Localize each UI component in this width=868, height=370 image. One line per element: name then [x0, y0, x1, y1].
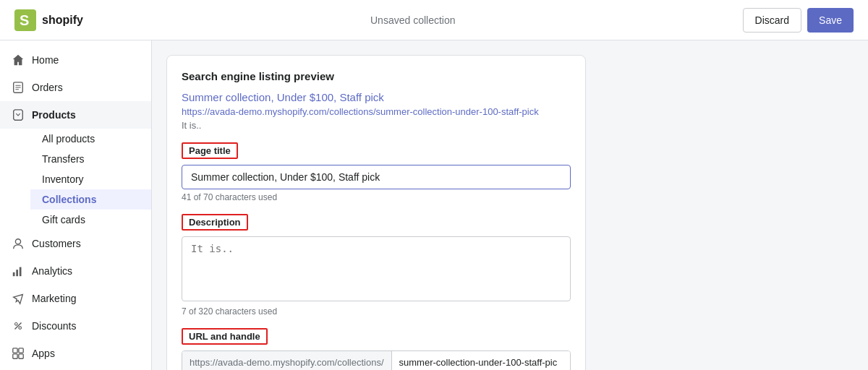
svg-rect-5	[16, 270, 18, 276]
url-prefix: https://avada-demo.myshopify.com/collect…	[182, 351, 392, 370]
logo-text: shopify	[42, 14, 83, 27]
url-handle-label: URL and handle	[182, 328, 268, 345]
sidebar-item-transfers[interactable]: Transfers	[30, 149, 151, 169]
logo: S shopify	[14, 9, 83, 31]
page-title-section: Page title 41 of 70 characters used	[182, 142, 571, 202]
sidebar-item-home[interactable]: Home	[0, 46, 151, 74]
sidebar-label-home: Home	[32, 54, 59, 66]
customers-icon	[12, 237, 25, 250]
svg-rect-4	[13, 272, 15, 276]
sidebar-label-analytics: Analytics	[32, 265, 72, 277]
description-label: Description	[182, 214, 248, 231]
page-title: Unsaved collection	[370, 14, 456, 26]
sidebar-label-apps: Apps	[32, 348, 55, 359]
sidebar-item-discounts[interactable]: Discounts	[0, 312, 151, 340]
svg-rect-6	[20, 267, 22, 277]
url-handle-row: https://avada-demo.myshopify.com/collect…	[182, 350, 571, 370]
sidebar-item-apps[interactable]: Apps	[0, 340, 151, 367]
discounts-icon	[12, 319, 25, 332]
marketing-icon	[12, 292, 25, 305]
svg-rect-10	[13, 348, 17, 353]
sidebar-label-products: Products	[32, 109, 76, 121]
seo-card: Search engine listing preview Summer col…	[166, 55, 586, 370]
header: S shopify Unsaved collection Discard Sav…	[0, 0, 868, 40]
sidebar: Home Orders Products All products Transf…	[0, 40, 152, 370]
apps-icon	[12, 347, 25, 360]
sidebar-label-customers: Customers	[32, 238, 81, 249]
analytics-icon	[12, 264, 25, 278]
sidebar-item-marketing[interactable]: Marketing	[0, 285, 151, 312]
orders-icon	[12, 81, 25, 94]
url-handle-section: URL and handle https://avada-demo.myshop…	[182, 328, 571, 370]
url-handle-input[interactable]	[392, 351, 570, 370]
sidebar-label-marketing: Marketing	[32, 293, 76, 304]
main-content: Search engine listing preview Summer col…	[152, 40, 868, 370]
save-button[interactable]: Save	[807, 8, 854, 33]
page-title-char-count: 41 of 70 characters used	[182, 192, 571, 202]
discard-button[interactable]: Discard	[743, 8, 801, 33]
description-textarea[interactable]	[182, 236, 571, 301]
svg-rect-13	[19, 354, 23, 358]
header-actions: Discard Save	[743, 8, 854, 33]
sidebar-label-discounts: Discounts	[32, 320, 76, 332]
seo-preview-link: Summer collection, Under $100, Staff pic…	[182, 91, 571, 103]
home-icon	[12, 53, 25, 66]
sidebar-item-analytics[interactable]: Analytics	[0, 257, 151, 285]
sidebar-label-orders: Orders	[32, 82, 63, 93]
svg-point-3	[15, 239, 20, 244]
svg-line-9	[15, 323, 22, 330]
description-char-count: 7 of 320 characters used	[182, 306, 571, 317]
seo-preview-desc: It is..	[182, 120, 571, 131]
sidebar-item-collections[interactable]: Collections	[30, 189, 151, 210]
shopify-logo-icon: S	[14, 9, 36, 31]
svg-text:S: S	[20, 12, 29, 28]
sidebar-nav: Home Orders Products All products Transf…	[0, 40, 151, 370]
svg-rect-12	[13, 354, 17, 358]
sidebar-subnav-products: All products Transfers Inventory Collect…	[0, 129, 151, 230]
page-title-input[interactable]	[182, 165, 571, 189]
page-title-label: Page title	[182, 142, 238, 159]
seo-section-title: Search engine listing preview	[182, 70, 571, 82]
description-section: Description 7 of 320 characters used	[182, 214, 571, 317]
svg-rect-11	[19, 348, 23, 353]
sidebar-item-inventory[interactable]: Inventory	[30, 169, 151, 189]
sidebar-item-gift-cards[interactable]: Gift cards	[30, 210, 151, 230]
sidebar-item-products[interactable]: Products	[0, 101, 151, 129]
sidebar-item-customers[interactable]: Customers	[0, 230, 151, 257]
svg-point-7	[15, 323, 18, 326]
sidebar-item-all-products[interactable]: All products	[30, 129, 151, 149]
sidebar-item-orders[interactable]: Orders	[0, 74, 151, 101]
svg-point-8	[19, 327, 22, 330]
products-icon	[12, 108, 25, 121]
seo-preview-url: https://avada-demo.myshopify.com/collect…	[182, 106, 571, 117]
